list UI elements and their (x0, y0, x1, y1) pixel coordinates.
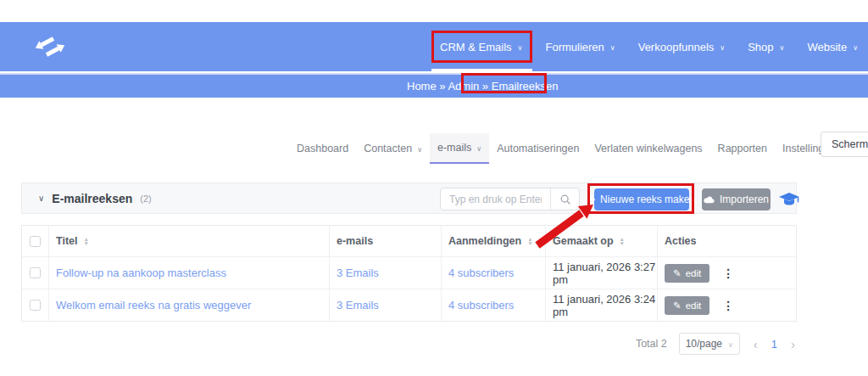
chevron-down-icon: ∨ (728, 340, 733, 349)
tutorial-button[interactable] (777, 188, 801, 210)
graduation-cap-icon (779, 192, 799, 206)
tab-rapporten[interactable]: Rapporten (710, 133, 775, 164)
table-header-row: Titel ▲ ▼ e-mails Aanmeldingen ▲ ▼ Gemaa… (22, 226, 796, 256)
pagination-total: Total 2 (636, 338, 667, 350)
pencil-icon: ✎ (673, 267, 682, 279)
tab-label: Rapporten (718, 143, 767, 154)
tab-label: Contacten (364, 143, 412, 154)
plus-icon: + (588, 193, 595, 206)
sort-icon[interactable]: ▲ ▼ (83, 237, 88, 245)
series-title-cell: Welkom email reeks na gratis weggever (49, 289, 330, 321)
nav-item-label: Shop (748, 41, 773, 53)
header-checkbox-cell (22, 226, 49, 256)
row-checkbox[interactable] (30, 267, 41, 278)
created-date: 11 januari, 2026 3:27 pm (553, 261, 657, 286)
sort-icon[interactable]: ▲ ▼ (620, 237, 625, 245)
series-subscribers-cell: 4 subscribers (442, 257, 546, 289)
screen-settings-label: Scherminstellingen (832, 138, 868, 150)
edit-button[interactable]: ✎ edit (665, 296, 709, 315)
column-header-gemaakt-op[interactable]: Gemaakt op ▲ ▼ (546, 226, 658, 256)
screen-settings-button[interactable]: Scherminstellingen (821, 132, 868, 157)
chevron-down-icon: ∨ (518, 42, 523, 52)
main-nav: CRM & Emails ∨ Formulieren ∨ Verkoopfunn… (440, 22, 858, 71)
app-logo-icon[interactable] (34, 33, 66, 60)
series-actions-cell: ✎ edit ⋮ (658, 289, 796, 321)
series-title-link[interactable]: Welkom email reeks na gratis weggever (56, 299, 251, 311)
table-row: Follow-up na aankoop masterclass 3 Email… (22, 256, 796, 289)
chevron-down-icon: ∨ (476, 143, 481, 153)
new-series-button[interactable]: + Nieuwe reeks maken (594, 188, 689, 210)
nav-item-label: Formulieren (545, 41, 604, 53)
search-icon (559, 194, 571, 205)
section-title: E-mailreeksen (52, 192, 132, 205)
tab-contacten[interactable]: Contacten ∨ (356, 133, 430, 164)
tab-automatiseringen[interactable]: Automatiseringen (489, 133, 587, 164)
nav-item-verkoopfunnels[interactable]: Verkoopfunnels ∨ (638, 41, 725, 53)
search-button[interactable] (550, 188, 579, 210)
sort-down-icon: ▼ (83, 241, 88, 245)
collapse-chevron-icon[interactable]: ∨ (38, 194, 44, 203)
tab-dashboard[interactable]: Dashboard (289, 133, 356, 164)
tab-label: Automatiseringen (497, 143, 579, 154)
sort-down-icon: ▼ (620, 241, 625, 245)
column-header-emails: e-mails (330, 226, 442, 256)
column-label: Aanmeldingen (448, 235, 521, 247)
nav-item-formulieren[interactable]: Formulieren ∨ (545, 41, 615, 53)
nav-item-crm-emails[interactable]: CRM & Emails ∨ (440, 41, 522, 53)
breadcrumb[interactable]: Home » Admin » Emailreeksen (407, 75, 558, 98)
email-series-toolbar: ∨ E-mailreeksen (2) + Nieuwe reeks maken… (21, 182, 797, 214)
section-count-badge: (2) (140, 194, 151, 204)
email-series-table: Titel ▲ ▼ e-mails Aanmeldingen ▲ ▼ Gemaa… (21, 225, 797, 322)
series-emails-cell: 3 Emails (330, 257, 442, 289)
kebab-menu-icon[interactable]: ⋮ (722, 267, 734, 280)
subscribers-count-link[interactable]: 4 subscribers (448, 299, 514, 311)
nav-item-shop[interactable]: Shop ∨ (748, 41, 784, 53)
sort-down-icon: ▼ (527, 241, 532, 245)
tab-emails[interactable]: e-mails ∨ (430, 133, 489, 164)
column-header-titel[interactable]: Titel ▲ ▼ (49, 226, 330, 256)
chevron-down-icon: ∨ (610, 42, 615, 52)
crm-tabs: Dashboard Contacten ∨ e-mails ∨ Automati… (289, 133, 843, 164)
edit-button[interactable]: ✎ edit (665, 264, 709, 283)
subscribers-count-link[interactable]: 4 subscribers (448, 267, 514, 279)
column-header-aanmeldingen[interactable]: Aanmeldingen ▲ ▼ (442, 226, 546, 256)
pagination: Total 2 10/page ∨ ‹ 1 › (542, 333, 797, 355)
tab-verlaten-winkelwagens[interactable]: Verlaten winkelwagens (587, 133, 709, 164)
edit-label: edit (686, 268, 702, 278)
series-created-cell: 11 januari, 2026 3:27 pm (546, 257, 658, 289)
nav-item-label: CRM & Emails (440, 41, 512, 53)
tab-label: e-mails (437, 142, 471, 154)
series-emails-cell: 3 Emails (330, 289, 442, 321)
page-number[interactable]: 1 (771, 338, 777, 351)
edit-label: edit (686, 300, 702, 311)
column-label: Gemaakt op (553, 235, 614, 247)
per-page-value: 10/page (686, 338, 722, 350)
nav-item-website[interactable]: Website ∨ (807, 41, 858, 53)
select-all-checkbox[interactable] (30, 236, 41, 247)
search-input[interactable] (441, 188, 550, 210)
column-label: Titel (56, 235, 77, 247)
sort-icon[interactable]: ▲ ▼ (527, 237, 532, 245)
emails-count-link[interactable]: 3 Emails (337, 267, 379, 279)
per-page-select[interactable]: 10/page ∨ (679, 333, 740, 355)
column-header-acties: Acties (658, 226, 796, 256)
row-checkbox[interactable] (30, 300, 41, 311)
emails-count-link[interactable]: 3 Emails (337, 299, 379, 311)
row-checkbox-cell (22, 289, 49, 321)
import-button[interactable]: Importeren (702, 188, 771, 210)
created-date: 11 januari, 2026 3:24 pm (553, 293, 657, 318)
active-nav-underline (431, 69, 532, 71)
series-title-link[interactable]: Follow-up na aankoop masterclass (56, 267, 226, 279)
prev-page-button[interactable]: ‹ (752, 337, 760, 351)
email-series-page: { "colors": { "header_blue": "#6e96ee", … (0, 0, 868, 376)
next-page-button[interactable]: › (789, 337, 797, 351)
chevron-down-icon: ∨ (417, 144, 422, 154)
kebab-menu-icon[interactable]: ⋮ (722, 299, 734, 312)
series-subscribers-cell: 4 subscribers (442, 289, 546, 321)
row-checkbox-cell (22, 257, 49, 289)
pencil-icon: ✎ (673, 300, 682, 311)
chevron-down-icon: ∨ (853, 42, 858, 52)
table-row: Welkom email reeks na gratis weggever 3 … (22, 289, 796, 321)
cloud-upload-icon (704, 195, 715, 204)
chevron-down-icon: ∨ (720, 42, 725, 52)
